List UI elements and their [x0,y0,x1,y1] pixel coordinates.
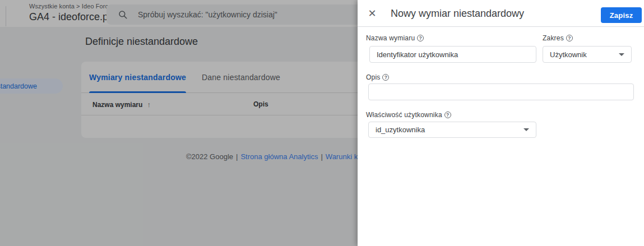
close-icon[interactable]: ✕ [367,8,378,19]
description-input[interactable] [368,83,634,100]
label-text: Opis [366,73,380,81]
dropdown-arrow-icon [619,53,624,56]
help-icon[interactable]: ? [382,74,389,81]
user-property-label: Właściwość użytkownika ? [366,111,451,119]
ga4-admin-screen: Wszystkie konta > Ideo Force GA4 - ideof… [0,0,644,246]
help-icon[interactable]: ? [417,35,424,41]
label-text: Nazwa wymiaru [366,34,415,42]
help-icon[interactable]: ? [566,35,573,41]
modal-title: Nowy wymiar niestandardowy [391,8,524,20]
new-custom-dimension-modal: ✕ Nowy wymiar niestandardowy Zapisz Nazw… [358,0,644,246]
save-button[interactable]: Zapisz [601,7,642,23]
label-text: Zakres [543,34,564,42]
scope-selected-value: Użytkownik [550,50,619,59]
scope-dropdown[interactable]: Użytkownik [543,46,632,63]
modal-header: ✕ Nowy wymiar niestandardowy Zapisz [358,0,644,27]
dimension-name-label: Nazwa wymiaru ? [366,34,424,42]
label-text: Właściwość użytkownika [366,111,442,119]
user-property-selected-value: id_uzytkownika [376,126,523,134]
help-icon[interactable]: ? [444,112,451,118]
dropdown-arrow-icon [523,128,529,131]
user-property-dropdown[interactable]: id_uzytkownika [368,122,536,138]
description-label: Opis ? [366,73,389,81]
dimension-name-input[interactable] [369,46,536,63]
scope-label: Zakres ? [543,34,573,42]
